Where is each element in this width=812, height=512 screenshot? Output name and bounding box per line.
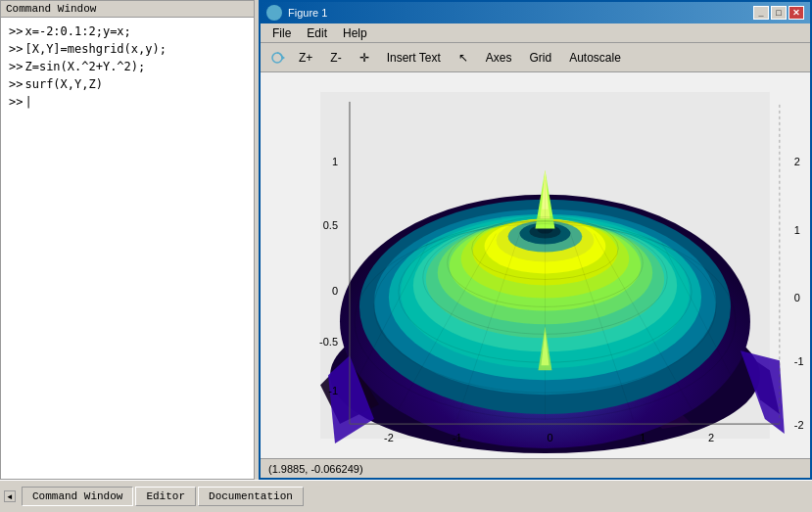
plot-svg: 1 0.5 0 -0.5 -1 -2 -1 0 1 2 2 1 0 -1 -2 [261,72,810,458]
cmd-line-4: >> surf(X,Y,Z) [9,75,246,93]
rotate-button[interactable] [266,47,288,69]
grid-button[interactable]: Grid [523,48,559,68]
pointer-button[interactable]: ↖ [452,48,475,68]
rotate-icon [269,50,285,66]
cmd-prompt-3: >> [9,58,23,75]
svg-text:2: 2 [708,432,714,443]
maximize-button[interactable]: □ [771,6,787,20]
cmd-text-cursor: | [24,93,31,111]
svg-text:0.5: 0.5 [323,219,338,231]
taskbar-tab-editor[interactable]: Editor [135,487,196,506]
svg-text:-2: -2 [794,419,804,431]
axes-button[interactable]: Axes [479,48,519,68]
figure-icon [266,5,282,21]
taskbar-tab-command-window[interactable]: Command Window [22,487,133,506]
menu-file[interactable]: File [264,24,299,42]
cmd-text-3: Z=sin(X.^2+Y.^2); [24,58,145,75]
zoom-out-button[interactable]: Z- [323,48,348,68]
insert-text-button[interactable]: Insert Text [380,48,448,68]
window-controls: _ □ ✕ [753,6,804,20]
svg-text:2: 2 [794,156,800,167]
cmd-prompt-5: >> [9,93,23,111]
taskbar-scroll-left[interactable]: ◄ [4,490,16,502]
main-container: Command Window >> x=-2:0.1:2;y=x; >> [X,… [0,0,812,480]
cmd-line-5: >> | [9,93,246,111]
cmd-prompt-4: >> [9,75,23,93]
menu-help[interactable]: Help [335,24,375,42]
plot-area: 1 0.5 0 -0.5 -1 -2 -1 0 1 2 2 1 0 -1 -2 [261,72,810,458]
cmd-line-2: >> [X,Y]=meshgrid(x,y); [9,40,246,58]
zoom-in-button[interactable]: Z+ [292,48,319,68]
cmd-text-4: surf(X,Y,Z) [24,75,102,93]
svg-text:1: 1 [794,224,800,236]
command-window-content: >> x=-2:0.1:2;y=x; >> [X,Y]=meshgrid(x,y… [1,18,254,479]
taskbar-tab-documentation[interactable]: Documentation [198,487,304,506]
command-window: Command Window >> x=-2:0.1:2;y=x; >> [X,… [0,0,255,480]
minimize-button[interactable]: _ [753,6,769,20]
cmd-line-3: >> Z=sin(X.^2+Y.^2); [9,58,246,75]
figure-titlebar: Figure 1 _ □ ✕ [261,2,810,23]
svg-text:1: 1 [640,432,645,443]
cmd-prompt-1: >> [9,23,23,40]
status-bar: (1.9885, -0.066249) [261,458,810,478]
figure-window: Figure 1 _ □ ✕ File Edit Help Z+ [259,0,812,480]
pan-button[interactable]: ✛ [353,48,376,68]
command-window-title: Command Window [1,1,254,18]
close-button[interactable]: ✕ [788,6,804,20]
svg-text:-1: -1 [328,385,338,396]
svg-text:-2: -2 [384,432,394,443]
toolbar: Z+ Z- ✛ Insert Text ↖ Axes Grid Autoscal… [261,43,810,72]
figure-title: Figure 1 [288,7,327,19]
cmd-prompt-2: >> [9,40,23,58]
cmd-text-1: x=-2:0.1:2;y=x; [24,23,130,40]
autoscale-button[interactable]: Autoscale [562,48,628,68]
taskbar: ◄ Command Window Editor Documentation [0,480,812,512]
status-text: (1.9885, -0.066249) [268,463,363,475]
svg-text:-1: -1 [794,355,804,367]
menu-bar: File Edit Help [261,23,810,43]
svg-text:0: 0 [332,285,338,297]
cmd-text-2: [X,Y]=meshgrid(x,y); [24,40,167,58]
figure-title-area: Figure 1 [266,5,327,21]
menu-edit[interactable]: Edit [299,24,335,42]
svg-marker-1 [282,56,285,60]
svg-text:-1: -1 [453,432,462,443]
svg-text:1: 1 [332,156,338,167]
cmd-line-1: >> x=-2:0.1:2;y=x; [9,23,246,40]
svg-text:-0.5: -0.5 [319,336,338,348]
svg-text:0: 0 [794,292,800,303]
svg-text:0: 0 [547,432,552,443]
